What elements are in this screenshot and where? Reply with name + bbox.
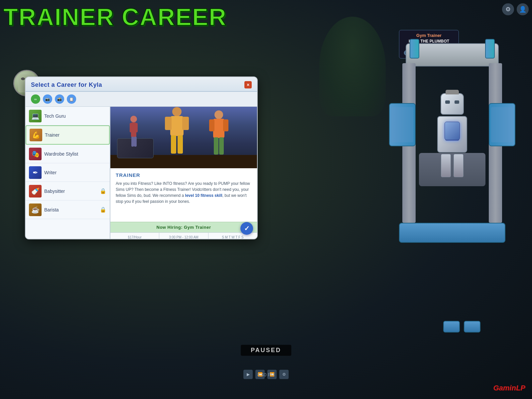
svg-rect-15: [223, 119, 228, 131]
trainer-card-title: Gym Trainer: [404, 33, 454, 38]
user-icon[interactable]: 👤: [517, 3, 529, 15]
career-item-tech-guru[interactable]: 💻 Tech Guru: [26, 107, 110, 125]
svg-point-0: [130, 116, 137, 122]
hours-value: 3:00 PM - 12:00 AM: [162, 235, 205, 239]
pay-value: §17/Hour: [113, 235, 156, 239]
options-button[interactable]: ⚙: [279, 370, 289, 379]
writer-icon: ✒: [29, 166, 42, 179]
svg-rect-13: [213, 119, 224, 138]
svg-rect-11: [178, 135, 183, 154]
character-c: [207, 110, 230, 157]
modal-header: Select a Career for Kyla ×: [26, 77, 257, 92]
barista-label: Barista: [44, 207, 59, 212]
barista-lock-icon: 🔒: [100, 206, 106, 213]
skill-highlight: level 10 fitness skill: [185, 193, 222, 198]
background-tree: [319, 17, 386, 116]
career-image: [110, 107, 257, 168]
wardrobe-stylist-label: Wardrobe Stylist: [44, 151, 78, 157]
babysitter-label: Babysitter: [44, 189, 65, 194]
svg-rect-2: [130, 123, 133, 132]
svg-rect-7: [170, 116, 184, 136]
career-item-babysitter[interactable]: 🍼 Babysitter 🔒: [26, 182, 110, 200]
svg-rect-14: [209, 119, 214, 131]
svg-point-6: [172, 107, 182, 116]
camera1-icon-btn[interactable]: 📷: [43, 94, 52, 104]
career-name: Trainer: [116, 172, 252, 178]
machine-feet: [443, 321, 480, 332]
time-value: 8:40 PM: [257, 372, 275, 377]
career-item-wardrobe-stylist[interactable]: 🎭 Wardrobe Stylist: [26, 145, 110, 163]
svg-rect-4: [131, 137, 134, 147]
time-display: 8:40 PM: [257, 372, 275, 377]
career-item-barista[interactable]: ☕ Barista 🔒: [26, 200, 110, 219]
machine-arm-right: [489, 103, 515, 146]
hours-stat: 3:00 PM - 12:00 AM: [159, 233, 208, 239]
career-list: 💻 Tech Guru 💪 Trainer 🎭 Wardrobe Stylist…: [26, 107, 110, 239]
hiring-bar: Now Hiring: Gym Trainer: [110, 222, 257, 232]
watermark: GaminLP: [493, 384, 525, 392]
machine-frame: [389, 43, 515, 243]
svg-rect-8: [165, 117, 172, 130]
robot-character: [432, 93, 472, 153]
tech-guru-label: Tech Guru: [44, 113, 66, 119]
pay-stat: §17/Hour: [110, 233, 159, 239]
svg-rect-3: [134, 123, 138, 132]
barista-icon: ☕: [29, 203, 42, 216]
writer-label: Writer: [44, 170, 57, 175]
svg-rect-10: [171, 135, 176, 154]
camera2-icon-btn[interactable]: 📸: [55, 94, 64, 104]
paused-indicator: Paused: [241, 345, 291, 356]
trainer-label: Trainer: [45, 132, 60, 138]
career-info: Trainer Are you into Fitness? Like INTO …: [110, 168, 257, 222]
trainer-icon: 💪: [30, 129, 42, 141]
career-item-trainer[interactable]: 💪 Trainer: [26, 125, 110, 145]
watermark-text: GaminLP: [493, 384, 525, 392]
days-value: S M T W T F S: [211, 235, 254, 239]
machine-arm-left: [389, 103, 416, 146]
wardrobe-icon: 🎭: [29, 148, 42, 160]
character-a: [127, 115, 140, 148]
robot-torso: [437, 116, 467, 153]
svg-rect-17: [219, 137, 224, 155]
robot-head: [441, 93, 464, 115]
machine-base: [399, 223, 505, 243]
career-stats: §17/Hour 3:00 PM - 12:00 AM S M T W T F …: [110, 232, 257, 239]
infinity-icon-btn[interactable]: ∞: [31, 94, 40, 104]
svg-point-12: [214, 110, 223, 119]
top-right-controls: ⚙ 👤: [502, 3, 529, 15]
game-title: Trainer Career: [3, 3, 227, 31]
play-button[interactable]: ▶: [243, 370, 253, 379]
modal-body: 💻 Tech Guru 💪 Trainer 🎭 Wardrobe Stylist…: [26, 107, 257, 239]
clipboard-icon-btn[interactable]: 📋: [67, 94, 76, 104]
babysitter-icon: 🍼: [29, 185, 42, 198]
close-button[interactable]: ×: [244, 81, 252, 88]
career-selection-modal: Select a Career for Kyla × ∞ 📷 📸 📋 💻 Tec…: [25, 76, 258, 239]
modal-toolbar: ∞ 📷 📸 📋: [26, 92, 257, 107]
character-main: [164, 107, 190, 157]
settings-icon[interactable]: ⚙: [502, 3, 514, 15]
career-detail: Trainer Are you into Fitness? Like INTO …: [110, 107, 257, 239]
svg-rect-5: [134, 137, 137, 147]
svg-rect-9: [182, 117, 189, 130]
machine-top-bar: [406, 43, 499, 66]
svg-rect-16: [214, 137, 218, 155]
career-description: Are you into Fitness? Like INTO fitness?…: [116, 181, 252, 204]
exercise-machine: [389, 43, 515, 243]
tech-guru-icon: 💻: [29, 110, 42, 122]
confirm-button[interactable]: [240, 222, 253, 235]
modal-title: Select a Career for Kyla: [31, 81, 102, 88]
babysitter-lock-icon: 🔒: [100, 188, 106, 194]
career-item-writer[interactable]: ✒ Writer: [26, 163, 110, 182]
